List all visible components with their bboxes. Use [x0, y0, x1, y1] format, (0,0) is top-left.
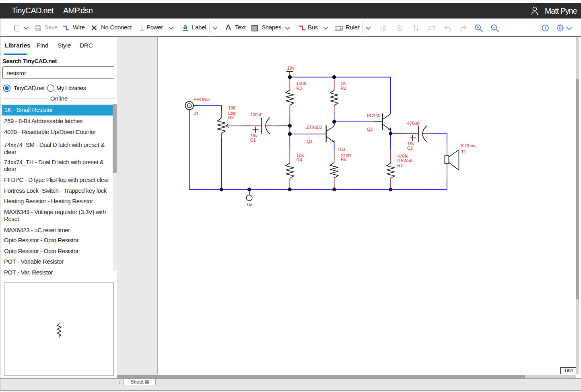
svg-text:Log: Log — [228, 111, 235, 116]
svg-text:T03: T03 — [338, 147, 345, 152]
svg-text:R2: R2 — [341, 86, 346, 91]
svg-text:16v: 16v — [407, 141, 414, 146]
svg-text:J1: J1 — [194, 111, 199, 116]
svg-text:R3: R3 — [296, 86, 302, 91]
svg-text:470uF: 470uF — [407, 121, 420, 126]
svg-text:R6: R6 — [228, 115, 234, 120]
svg-text:Q1: Q1 — [307, 139, 313, 144]
svg-text:12v: 12v — [287, 66, 295, 70]
svg-text:10K: 10K — [228, 105, 236, 110]
svg-text:R5: R5 — [341, 157, 346, 162]
svg-text:C1: C1 — [250, 138, 256, 142]
svg-text:T1: T1 — [461, 149, 466, 154]
svg-text:1K: 1K — [341, 81, 346, 86]
svg-text:ZTX650: ZTX650 — [306, 125, 322, 130]
svg-text:100K: 100K — [296, 81, 307, 86]
svg-text:PHONO: PHONO — [194, 97, 210, 102]
svg-text:R1: R1 — [397, 163, 403, 168]
svg-text:8 Ohms: 8 Ohms — [461, 143, 477, 148]
svg-text:Title: Title — [564, 368, 573, 373]
svg-text:Q2: Q2 — [367, 127, 373, 132]
svg-text:0.5Watt: 0.5Watt — [397, 158, 412, 163]
svg-text:C2: C2 — [407, 146, 413, 151]
svg-text:R4: R4 — [297, 157, 302, 162]
svg-text:100uF: 100uF — [250, 112, 263, 117]
svg-text:470R: 470R — [397, 154, 408, 159]
svg-text:BC140: BC140 — [367, 113, 381, 118]
svg-text:0v: 0v — [247, 202, 252, 207]
